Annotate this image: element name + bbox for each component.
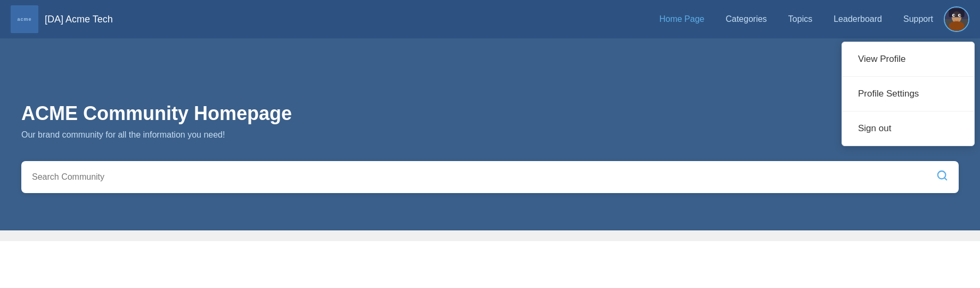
user-dropdown-menu: View Profile Profile Settings Sign out [842, 42, 975, 146]
user-avatar-button[interactable] [944, 6, 969, 32]
view-profile-item[interactable]: View Profile [842, 42, 974, 77]
main-nav: Home Page Categories Topics Leaderboard … [659, 14, 933, 24]
nav-item-leaderboard[interactable]: Leaderboard [834, 14, 882, 24]
svg-point-7 [953, 14, 955, 16]
site-logo[interactable]: acme [DA] Acme Tech [11, 5, 113, 33]
search-input[interactable] [32, 172, 936, 182]
sign-out-item[interactable]: Sign out [842, 111, 974, 146]
profile-settings-item[interactable]: Profile Settings [842, 77, 974, 111]
logo-box: acme [11, 5, 38, 33]
nav-item-topics[interactable]: Topics [788, 14, 812, 24]
navbar: acme [DA] Acme Tech Home Page Categories… [0, 0, 980, 38]
svg-line-10 [944, 178, 946, 180]
hero-subtitle: Our brand community for all the informat… [21, 130, 959, 140]
nav-item-homepage[interactable]: Home Page [659, 14, 705, 24]
search-icon[interactable] [936, 170, 948, 185]
search-bar [21, 161, 959, 193]
hero-title: ACME Community Homepage [21, 102, 959, 125]
nav-item-categories[interactable]: Categories [725, 14, 766, 24]
svg-rect-4 [949, 9, 964, 18]
avatar-image [945, 7, 968, 31]
hero-section: ACME Community Homepage Our brand commun… [0, 38, 980, 230]
svg-point-3 [949, 21, 964, 31]
bottom-bar [0, 230, 980, 241]
dropdown-arrow [953, 42, 963, 42]
nav-item-support[interactable]: Support [903, 14, 933, 24]
svg-point-8 [959, 14, 961, 16]
site-name: [DA] Acme Tech [45, 14, 113, 25]
logo-text: acme [17, 17, 31, 22]
